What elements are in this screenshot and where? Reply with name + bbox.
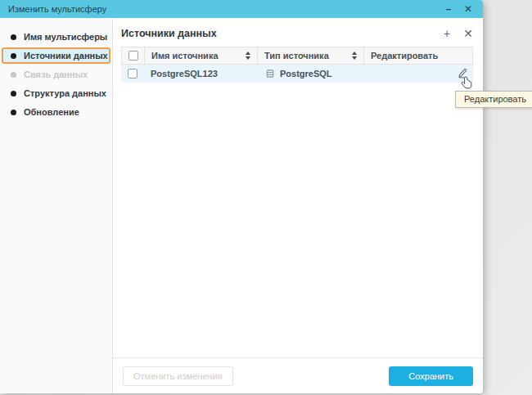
edit-multisphere-dialog: Изменить мультисферу – ✕ Имя мультисферы…	[0, 0, 483, 393]
sidebar-item-label: Имя мультисферы	[24, 32, 107, 42]
panel-title: Источники данных	[121, 28, 217, 39]
row-checkbox[interactable]	[128, 69, 138, 79]
dialog-body: Имя мультисферы Источники данных Связь д…	[0, 18, 483, 393]
sidebar-item-data-sources[interactable]: Источники данных	[2, 47, 110, 64]
source-name-cell: PostgreSQL123	[144, 65, 259, 82]
hand-cursor-icon	[460, 75, 474, 94]
sort-icon[interactable]	[246, 52, 250, 60]
header-edit: Редактировать	[364, 47, 472, 64]
sidebar: Имя мультисферы Источники данных Связь д…	[0, 18, 113, 393]
sidebar-item-label: Обновление	[24, 107, 79, 117]
sidebar-item-label: Источники данных	[24, 51, 108, 61]
header-checkbox-cell	[122, 47, 145, 64]
bullet-icon	[11, 72, 16, 78]
select-all-checkbox[interactable]	[128, 51, 138, 61]
sidebar-item-multisphere-name[interactable]: Имя мультисферы	[2, 29, 110, 45]
sidebar-item-label: Структура данных	[24, 88, 106, 98]
bullet-icon	[11, 34, 16, 40]
titlebar[interactable]: Изменить мультисферу – ✕	[0, 0, 483, 18]
sidebar-item-label: Связь данных	[24, 70, 88, 79]
sidebar-item-data-link: Связь данных	[2, 66, 110, 83]
source-type-cell: PostgreSQL	[259, 65, 365, 82]
add-source-icon[interactable]: +	[444, 28, 450, 39]
cancel-changes-button[interactable]: Отменить изменения	[123, 366, 233, 386]
sidebar-item-data-structure[interactable]: Структура данных	[2, 85, 110, 101]
save-button[interactable]: Сохранить	[389, 366, 473, 386]
bullet-icon	[11, 91, 16, 97]
table-row[interactable]: PostgreSQL123 PostgreSQL	[121, 65, 473, 83]
header-source-type[interactable]: Тип источника	[258, 47, 364, 64]
sidebar-item-update[interactable]: Обновление	[2, 104, 110, 120]
table-header-row: Имя источника Тип источника Редактироват…	[121, 47, 473, 65]
main-panel: Источники данных + ✕ Имя источника Тип и…	[113, 18, 483, 393]
panel-header: Источники данных + ✕	[121, 28, 473, 39]
window-title: Изменить мультисферу	[8, 4, 106, 14]
minimize-icon[interactable]: –	[442, 4, 455, 14]
bullet-icon	[11, 110, 16, 115]
bullet-icon	[11, 53, 16, 59]
dialog-footer: Отменить изменения Сохранить	[113, 357, 483, 393]
panel-close-icon[interactable]: ✕	[463, 28, 473, 39]
sort-icon[interactable]	[352, 52, 357, 60]
header-source-name[interactable]: Имя источника	[145, 47, 258, 64]
database-icon	[265, 69, 275, 79]
sources-table: Имя источника Тип источника Редактироват…	[121, 47, 473, 83]
window-close-icon[interactable]: ✕	[462, 4, 475, 14]
